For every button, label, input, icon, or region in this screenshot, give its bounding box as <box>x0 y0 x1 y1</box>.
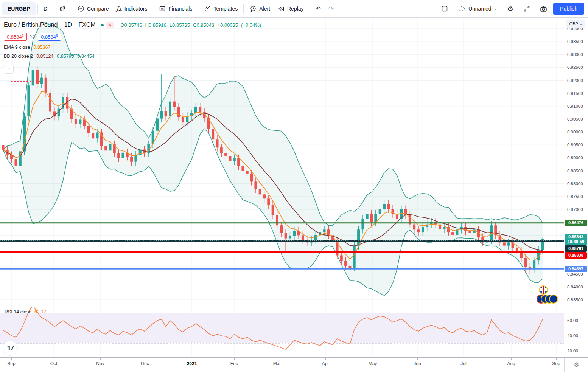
price-chart-canvas[interactable] <box>0 18 564 307</box>
bb-legend-row[interactable]: BB 20 close 2 0.85124 0.85793 0.84454 <box>4 54 261 59</box>
cloud-save-button[interactable]: Unnamed ⌄ <box>454 2 501 15</box>
alert-button[interactable]: Alert <box>246 2 274 15</box>
price-tick-label: 0.93000 <box>567 52 583 57</box>
gear-icon: ⚙ <box>574 362 579 368</box>
price-tick-label: 0.92500 <box>567 65 583 70</box>
price-tick-label: 0.89000 <box>567 155 583 160</box>
camera-icon <box>540 6 547 12</box>
level-price-label[interactable]: 0.84697 <box>565 266 587 272</box>
time-axis-label: Dec <box>141 361 149 366</box>
legend-exchange: FXCM <box>78 22 95 28</box>
indicators-button[interactable]: ƒx Indicators <box>113 2 151 15</box>
time-tick <box>145 358 145 360</box>
time-tick <box>192 358 192 360</box>
price-tick-label: 0.90000 <box>567 129 583 135</box>
ema-label: EMA 9 close <box>4 45 30 50</box>
level-price-label[interactable]: 0.86476 <box>565 220 587 226</box>
high-value: H0.85916 <box>145 22 166 28</box>
compare-button[interactable]: Compare <box>74 2 113 15</box>
templates-icon <box>204 5 211 12</box>
time-axis-label: Aug <box>507 361 515 366</box>
level-price-label[interactable]: 0.85338 <box>565 252 587 259</box>
chart-type-button[interactable] <box>55 2 70 15</box>
bb-lower-value: 0.84454 <box>78 54 95 59</box>
low-value: L0.85735 <box>170 22 190 28</box>
legend-interval: 1D <box>64 22 72 28</box>
tradingview-logo: 17 <box>3 341 17 355</box>
data-approx-badge[interactable]: ≈ <box>106 22 115 28</box>
time-tick <box>11 358 12 360</box>
spread-value: 0.3 <box>30 34 35 39</box>
alert-label: Alert <box>259 6 270 12</box>
chart-legend: Euro / British Pound · 1D · FXCM ≈ O0.85… <box>4 22 261 59</box>
time-axis-label: Sep <box>7 361 15 366</box>
chart-main: Euro / British Pound · 1D · FXCM ≈ O0.85… <box>0 18 588 357</box>
time-axis-label: May <box>369 361 377 366</box>
market-status-icon <box>101 24 104 26</box>
rsi-legend-row[interactable]: RSI 14 close 62.17 <box>5 309 46 315</box>
fullscreen-button[interactable] <box>520 2 534 15</box>
change-value: +0.00035 <box>217 22 238 28</box>
time-tick <box>277 358 277 360</box>
time-axis-label: Feb <box>230 361 238 366</box>
time-axis[interactable]: SepOctNovDec2021FebMarAprMayJunJulAugSep… <box>0 357 588 372</box>
rsi-value: 62.17 <box>34 309 46 315</box>
price-tick-label: 0.84500 <box>567 271 583 277</box>
price-tick-label: 0.92000 <box>567 78 583 83</box>
replay-button[interactable]: Replay <box>274 2 308 15</box>
snapshot-button[interactable] <box>536 2 551 15</box>
rsi-tick-label: 40.00 <box>567 333 578 338</box>
indicators-label: Indicators <box>124 6 148 12</box>
publish-button[interactable]: Publish <box>553 3 584 15</box>
layout-select-button[interactable] <box>437 2 452 15</box>
alert-clock-icon <box>249 5 257 12</box>
axis-settings-corner[interactable]: ⚙ <box>564 358 588 372</box>
time-tick <box>511 358 512 360</box>
interval-button[interactable]: D <box>40 2 51 15</box>
ema-legend-row[interactable]: EMA 9 close 0.85367 <box>4 45 261 50</box>
price-tick-label: 0.93500 <box>567 39 583 44</box>
time-axis-label: 2021 <box>187 361 197 366</box>
symbol-legend-row[interactable]: Euro / British Pound · 1D · FXCM ≈ O0.85… <box>4 22 261 28</box>
currency-unit-button[interactable]: GBP⌄ <box>566 20 585 28</box>
level-price-label[interactable]: 0.85791 <box>565 245 587 252</box>
sell-button[interactable]: 0.85843 <box>4 33 27 41</box>
uk-flag-event-icon[interactable] <box>539 285 548 294</box>
price-tick-label: 0.83500 <box>567 297 583 302</box>
time-tick <box>417 358 418 360</box>
pane-separator[interactable] <box>0 307 588 307</box>
templates-button[interactable]: Templates <box>200 2 241 15</box>
redo-button[interactable]: ↷ <box>325 2 338 15</box>
cloud-icon <box>458 6 466 12</box>
toolbar-separator <box>53 4 53 14</box>
legend-dot: · <box>60 22 62 28</box>
buy-button[interactable]: 0.85846 <box>38 33 61 41</box>
ema-value: 0.85367 <box>33 45 50 50</box>
time-axis-label: Nov <box>96 361 104 366</box>
time-axis-label: Jul <box>460 361 466 366</box>
rsi-chart-canvas[interactable] <box>0 307 564 357</box>
bb-upper-value: 0.85793 <box>57 54 74 59</box>
eu-flag-event-icons[interactable] <box>537 294 558 304</box>
price-axis[interactable]: GBP⌄ 0.940000.935000.930000.925000.92000… <box>564 18 588 357</box>
current-price-label[interactable]: 0.8584318:30:59 <box>565 234 587 245</box>
chart-settings-button[interactable]: ⚙ <box>503 2 517 15</box>
toolbar-separator <box>310 4 310 14</box>
layout-name: Unnamed <box>468 6 492 12</box>
open-value: O0.85746 <box>120 22 142 28</box>
time-axis-label: Oct <box>50 361 58 366</box>
symbol-button[interactable]: EURGBP <box>2 2 36 15</box>
price-tick-label: 0.91000 <box>567 104 583 109</box>
compare-plus-icon <box>78 5 84 12</box>
gear-icon: ⚙ <box>507 5 513 12</box>
collapse-legend-button[interactable]: ⌃ <box>4 65 14 74</box>
time-axis-label: Jun <box>414 361 421 366</box>
toolbar-separator <box>198 4 198 14</box>
replay-label: Replay <box>287 6 304 12</box>
time-axis-label: Mar <box>273 361 281 366</box>
toolbar-separator <box>72 4 72 14</box>
time-axis-label: Apr <box>322 361 329 366</box>
financials-button[interactable]: Financials <box>155 2 196 15</box>
price-tick-label: 0.88000 <box>567 181 583 186</box>
undo-button[interactable]: ↶ <box>312 2 325 15</box>
